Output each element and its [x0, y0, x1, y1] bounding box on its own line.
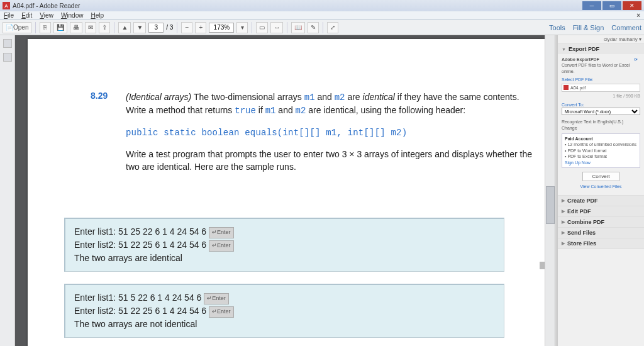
thumbnails-icon[interactable]	[3, 39, 12, 48]
attachments-icon[interactable]	[3, 53, 12, 62]
exercise-text: (Identical arrays) The two-dimensional a…	[126, 91, 541, 173]
combine-pdf-header[interactable]: ▶Combine PDF	[558, 217, 644, 227]
titlebar: A A04.pdf - Adobe Reader ─ ▭ ✕	[0, 0, 644, 11]
store-files-header[interactable]: ▶Store Files	[558, 238, 644, 248]
window-close-button[interactable]: ✕	[623, 1, 641, 10]
expand-icon: ▶	[562, 220, 565, 225]
tools-tab[interactable]: Tools	[549, 24, 565, 31]
menu-edit[interactable]: Edit	[21, 12, 32, 19]
panel-resize-handle[interactable]	[555, 35, 557, 346]
zoom-in-icon[interactable]: +	[195, 22, 206, 33]
separator	[287, 22, 287, 33]
enter-key-icon: ↵Enter	[209, 240, 234, 252]
change-link[interactable]: Change	[562, 126, 577, 130]
menu-help[interactable]: Help	[91, 12, 104, 19]
signed-in-label[interactable]: ciydar malhariy ▾	[558, 35, 644, 44]
save-icon[interactable]: 💾	[53, 22, 67, 33]
pdf-icon	[564, 85, 569, 90]
view-converted-link[interactable]: View Converted Files	[562, 184, 640, 189]
expand-icon: ▶	[562, 241, 565, 246]
menu-window[interactable]: Window	[61, 12, 84, 19]
print-icon[interactable]: 🖶	[70, 22, 82, 33]
enter-key-icon: ↵Enter	[204, 293, 229, 304]
pdf-page: 8.29 (Identical arrays) The two-dimensio…	[28, 39, 545, 346]
selected-document-row[interactable]: A04.pdf	[562, 84, 640, 92]
sample-run-2: Enter list1: 51 5 22 6 1 4 24 54 6 ↵Ente…	[64, 284, 504, 338]
app-icon: A	[3, 2, 10, 9]
separator	[323, 22, 323, 33]
separator	[177, 22, 177, 33]
menu-view[interactable]: View	[40, 12, 53, 19]
separator	[35, 22, 36, 33]
tools-side-panel: ciydar malhariy ▾ ▼Export PDF ⟳ Adobe Ex…	[557, 35, 644, 346]
menu-file[interactable]: File	[4, 12, 14, 19]
fit-page-icon[interactable]: ▭	[256, 22, 268, 33]
fullscreen-icon[interactable]: ⤢	[327, 22, 338, 33]
read-mode-icon[interactable]: 📖	[291, 22, 305, 33]
edit-pdf-header[interactable]: ▶Edit PDF	[558, 206, 644, 216]
doc-size-info: 1 file / 590 KB	[562, 93, 640, 99]
window-maximize-button[interactable]: ▭	[602, 1, 621, 10]
blurb: Convert PDF files to Word or Excel onlin…	[562, 63, 630, 73]
share-icon[interactable]: ⇪	[99, 22, 110, 33]
expand-icon: ▶	[562, 230, 565, 235]
separator	[252, 22, 252, 33]
document-viewport[interactable]: 8.29 (Identical arrays) The two-dimensio…	[15, 35, 545, 346]
open-button[interactable]: 📄 Open	[3, 22, 31, 33]
annotate-icon[interactable]: ✎	[308, 22, 319, 33]
collapse-icon: ▼	[562, 47, 566, 52]
expand-icon: ▶	[562, 198, 565, 203]
refresh-icon[interactable]: ⟳	[634, 57, 640, 63]
create-pdf-header[interactable]: ▶Create PDF	[558, 196, 644, 206]
window-minimize-button[interactable]: ─	[582, 1, 601, 10]
vertical-scrollbar[interactable]	[545, 35, 555, 346]
page-down-icon[interactable]: ▼	[133, 22, 146, 33]
menu-bar: File Edit View Window Help ×	[0, 11, 644, 20]
sample-run-1: Enter list1: 51 25 22 6 1 4 24 54 6 ↵Ent…	[64, 218, 504, 272]
comment-tab[interactable]: Comment	[611, 24, 641, 31]
separator	[114, 22, 114, 33]
email-icon[interactable]: ✉	[85, 22, 96, 33]
window-title: A04.pdf - Adobe Reader	[13, 3, 80, 9]
recognize-text-label: Recognize Text in English(U.S.)Change	[562, 119, 640, 131]
zoom-input[interactable]	[209, 23, 234, 33]
left-nav-rail	[0, 35, 15, 346]
page-up-icon[interactable]: ▲	[118, 22, 131, 33]
panel-drag-handle[interactable]	[540, 262, 545, 269]
page-total: / 3	[166, 24, 173, 31]
convert-button[interactable]: Convert	[582, 172, 619, 181]
paid-account-box: Paid Account • 12 months of unlimited co…	[562, 133, 640, 168]
fill-sign-tab[interactable]: Fill & Sign	[573, 24, 604, 31]
exercise-number: 8.29	[91, 91, 108, 101]
menu-close-icon[interactable]: ×	[636, 12, 640, 19]
convert-to-label: Convert To:	[562, 102, 640, 108]
select-pdf-label: Select PDF File:	[562, 77, 640, 82]
zoom-dropdown-icon[interactable]: ▾	[236, 22, 248, 33]
create-pdf-icon[interactable]: ⎘	[40, 22, 51, 33]
convert-to-select[interactable]: Microsoft Word (*.docx)	[562, 108, 640, 115]
toolbar: 📄 Open ⎘ 💾 🖶 ✉ ⇪ ▲ ▼ / 3 − + ▾ ▭ ↔ 📖 ✎ ⤢…	[0, 20, 644, 35]
page-number-input[interactable]	[148, 23, 164, 33]
fit-width-icon[interactable]: ↔	[270, 22, 283, 33]
export-pdf-header[interactable]: ▼Export PDF	[558, 44, 644, 54]
zoom-out-icon[interactable]: −	[181, 22, 192, 33]
adobe-exportpdf-label: Adobe ExportPDF	[562, 57, 599, 62]
enter-key-icon: ↵Enter	[209, 227, 234, 238]
method-signature: public static boolean equals(int[][] m1,…	[126, 126, 541, 139]
enter-key-icon: ↵Enter	[209, 306, 234, 318]
sign-up-link[interactable]: Sign Up Now	[565, 160, 591, 165]
scroll-thumb[interactable]	[546, 186, 555, 224]
expand-icon: ▶	[562, 209, 565, 214]
send-files-header[interactable]: ▶Send Files	[558, 228, 644, 238]
